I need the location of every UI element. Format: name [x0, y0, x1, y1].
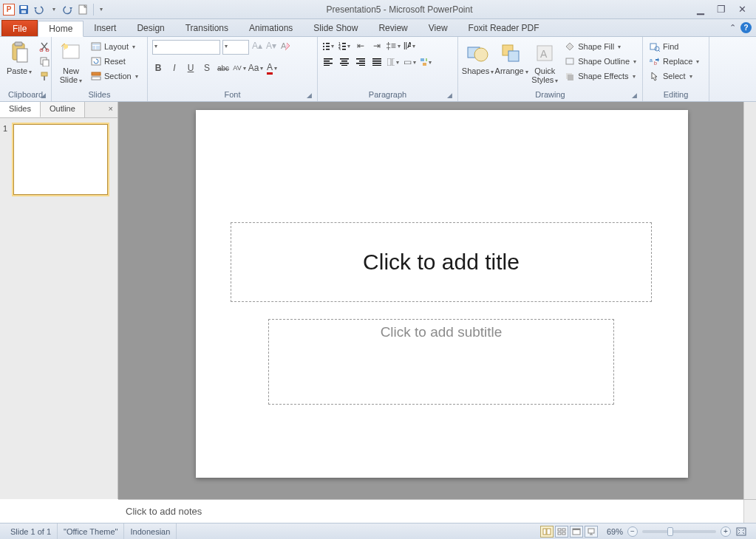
- reading-view-button[interactable]: [570, 526, 583, 538]
- cut-button[interactable]: [37, 40, 52, 53]
- sidetab-outline[interactable]: Outline: [41, 102, 85, 117]
- increase-indent-button[interactable]: ⇥: [371, 40, 383, 52]
- undo-icon[interactable]: [33, 4, 44, 16]
- align-right-button[interactable]: [355, 56, 367, 68]
- tab-view[interactable]: View: [418, 20, 458, 36]
- restore-icon[interactable]: ❐: [715, 4, 728, 15]
- reset-button[interactable]: Reset: [89, 55, 140, 68]
- columns-button[interactable]: [387, 56, 399, 68]
- svg-rect-72: [558, 529, 561, 531]
- strike-button[interactable]: abc: [217, 62, 229, 74]
- clear-format-icon[interactable]: A: [279, 40, 291, 52]
- section-button[interactable]: Section: [89, 69, 140, 83]
- sorter-view-button[interactable]: [555, 526, 568, 538]
- slide[interactable]: Click to add title Click to add subtitle: [196, 110, 688, 478]
- char-spacing-button[interactable]: AV: [234, 62, 245, 74]
- zoom-value[interactable]: 69%: [607, 527, 623, 536]
- paragraph-launcher[interactable]: ◢: [446, 92, 453, 99]
- line-spacing-button[interactable]: ‡≡: [387, 40, 399, 52]
- tab-design[interactable]: Design: [126, 20, 174, 36]
- slides-panel: Slides Outline × 1: [0, 102, 118, 499]
- font-color-button[interactable]: A: [266, 62, 278, 74]
- title-placeholder[interactable]: Click to add title: [231, 222, 652, 302]
- new-slide-button[interactable]: New Slide: [56, 40, 86, 87]
- bullets-button[interactable]: [322, 40, 334, 52]
- quick-styles-button[interactable]: A Quick Styles: [530, 40, 559, 87]
- shapes-button[interactable]: Shapes: [463, 40, 493, 78]
- tab-insert[interactable]: Insert: [84, 20, 126, 36]
- tab-review[interactable]: Review: [368, 20, 418, 36]
- undo-dropdown[interactable]: [47, 4, 59, 16]
- new-file-icon[interactable]: [77, 4, 89, 16]
- italic-button[interactable]: I: [168, 62, 180, 74]
- shrink-font-icon[interactable]: A▾: [265, 40, 277, 52]
- smartart-button[interactable]: [420, 56, 432, 68]
- tab-file[interactable]: File: [1, 20, 38, 36]
- thumbnail-item[interactable]: 1: [3, 124, 115, 195]
- fit-window-button[interactable]: [735, 526, 747, 538]
- minimize-ribbon-icon[interactable]: ⌃: [729, 23, 736, 32]
- notes-pane[interactable]: Click to add notes: [118, 499, 756, 523]
- thumbnail-preview[interactable]: [13, 124, 108, 195]
- align-center-button[interactable]: [338, 56, 350, 68]
- find-button[interactable]: Find: [647, 40, 701, 53]
- tab-slideshow[interactable]: Slide Show: [303, 20, 368, 36]
- status-theme[interactable]: "Office Theme": [58, 523, 124, 539]
- shape-outline-button[interactable]: Shape Outline: [562, 55, 638, 68]
- subtitle-placeholder[interactable]: Click to add subtitle: [268, 319, 614, 405]
- shadow-button[interactable]: S: [201, 62, 213, 74]
- text-direction-button[interactable]: ||A: [403, 40, 415, 52]
- normal-view-button[interactable]: [540, 526, 554, 538]
- title-bar: P Presentation5 - Microsoft PowerPoint ▁…: [0, 0, 756, 19]
- decrease-indent-button[interactable]: ⇤: [355, 40, 367, 52]
- svg-rect-40: [340, 58, 349, 60]
- layout-button[interactable]: Layout: [89, 40, 140, 53]
- tab-transitions[interactable]: Transitions: [175, 20, 239, 36]
- notes-scrollbar[interactable]: [743, 500, 756, 523]
- redo-icon[interactable]: [62, 4, 74, 16]
- copy-button[interactable]: [37, 55, 52, 68]
- grow-font-icon[interactable]: A▴: [251, 40, 263, 52]
- save-icon[interactable]: [18, 4, 30, 16]
- thumbnail-list: 1: [0, 118, 118, 499]
- justify-button[interactable]: [371, 56, 383, 68]
- change-case-button[interactable]: Aa: [250, 62, 262, 74]
- shape-effects-button[interactable]: Shape Effects: [562, 69, 638, 83]
- canvas-scrollbar[interactable]: [743, 102, 756, 499]
- paste-button[interactable]: Paste: [4, 40, 34, 78]
- align-left-button[interactable]: [322, 56, 334, 68]
- font-size-input[interactable]: [222, 40, 249, 55]
- sidetab-slides[interactable]: Slides: [0, 102, 41, 117]
- font-launcher[interactable]: ◢: [305, 92, 313, 99]
- arrange-button[interactable]: Arrange: [496, 40, 527, 78]
- clipboard-launcher[interactable]: ◢: [39, 92, 47, 99]
- tab-foxit[interactable]: Foxit Reader PDF: [458, 20, 550, 36]
- help-icon[interactable]: ?: [740, 22, 752, 33]
- svg-rect-51: [372, 65, 381, 66]
- format-painter-button[interactable]: [37, 69, 52, 83]
- zoom-in-button[interactable]: +: [721, 526, 731, 537]
- underline-button[interactable]: U: [185, 62, 197, 74]
- numbering-button[interactable]: 123: [338, 40, 350, 52]
- font-name-input[interactable]: [152, 40, 220, 55]
- shape-fill-button[interactable]: Shape Fill: [562, 40, 638, 53]
- align-text-button[interactable]: ▭: [403, 56, 415, 68]
- svg-rect-39: [324, 65, 330, 66]
- zoom-out-button[interactable]: −: [627, 526, 638, 537]
- svg-rect-37: [324, 61, 330, 62]
- drawing-launcher[interactable]: ◢: [630, 92, 638, 99]
- slideshow-view-button[interactable]: [585, 526, 598, 538]
- status-language[interactable]: Indonesian: [124, 523, 177, 539]
- minimize-icon[interactable]: ▁: [694, 4, 707, 15]
- slide-canvas[interactable]: Click to add title Click to add subtitle: [118, 102, 756, 499]
- qat-customize[interactable]: [93, 4, 105, 16]
- close-icon[interactable]: ✕: [735, 4, 749, 15]
- tab-animations[interactable]: Animations: [239, 20, 303, 36]
- bold-button[interactable]: B: [152, 62, 164, 74]
- zoom-slider[interactable]: [642, 530, 716, 533]
- close-panel-icon[interactable]: ×: [104, 102, 118, 117]
- tab-home[interactable]: Home: [38, 21, 84, 37]
- status-slide-number[interactable]: Slide 1 of 1: [4, 523, 58, 539]
- replace-button[interactable]: abReplace: [647, 55, 701, 68]
- select-button[interactable]: Select: [647, 69, 701, 83]
